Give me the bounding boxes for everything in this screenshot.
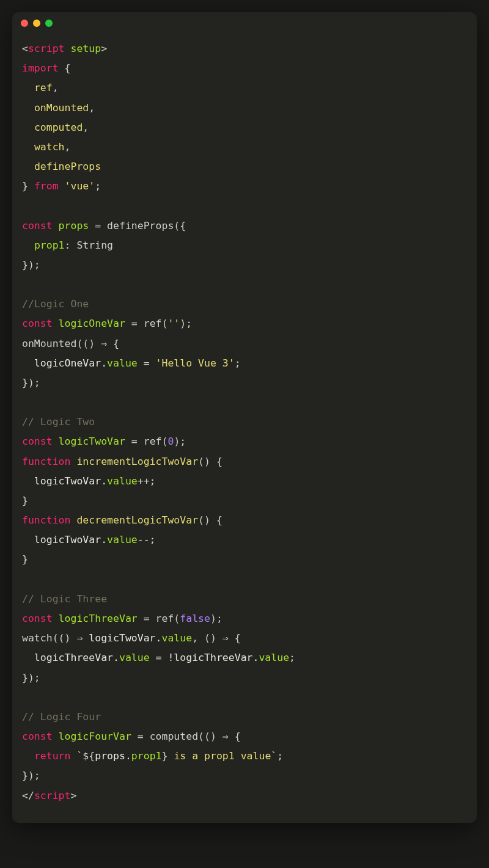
code-line: } (22, 491, 467, 511)
code-token: logicThreeVar. (22, 652, 119, 663)
code-token (70, 456, 76, 467)
code-token: //Logic One (22, 298, 89, 310)
code-line: logicTwoVar.value--; (22, 530, 467, 550)
code-token: logicThreeVar (59, 613, 138, 624)
code-token: is a prop1 value (167, 750, 271, 762)
code-token: const (22, 220, 53, 232)
code-line: prop1: String (22, 236, 467, 255)
code-line (22, 570, 467, 589)
code-token: onMounted (34, 102, 89, 114)
code-line: }); (22, 255, 467, 275)
code-line: onMounted(() ⇒ { (22, 334, 467, 354)
code-token: function (22, 514, 70, 526)
code-content: <script setup>import { ref, onMounted, c… (12, 34, 477, 823)
code-token: --; (138, 534, 156, 545)
code-line: watch, (22, 137, 467, 157)
code-token: }); (22, 259, 40, 271)
code-token: logicTwoVar. (22, 534, 107, 545)
code-token: // Logic Two (22, 416, 95, 428)
code-token: , (89, 102, 95, 114)
code-line: logicOneVar.value = 'Hello Vue 3'; (22, 354, 467, 373)
code-line: // Logic Two (22, 412, 467, 432)
code-line: }); (22, 668, 467, 688)
code-token: script (34, 790, 71, 801)
code-token (22, 161, 34, 172)
code-line: const logicTwoVar = ref(0); (22, 432, 467, 451)
code-token: function (22, 456, 70, 467)
code-line: return `${props.prop1} is a prop1 value`… (22, 746, 467, 766)
code-token (22, 122, 34, 133)
code-token: value (107, 534, 138, 545)
code-token: < (22, 43, 28, 54)
code-token: = computed(() (131, 731, 222, 742)
code-line: const logicFourVar = computed(() ⇒ { (22, 727, 467, 746)
code-token: = !logicThreeVar. (150, 652, 259, 663)
code-token: { (107, 338, 119, 349)
code-token (59, 180, 65, 192)
code-token: logicOneVar (59, 318, 125, 329)
code-token: setup (70, 43, 101, 54)
code-token (22, 102, 34, 114)
code-token: defineProps (34, 161, 101, 172)
code-line (22, 688, 467, 707)
code-token (22, 141, 34, 153)
code-line: const logicThreeVar = ref(false); (22, 609, 467, 629)
code-token: prop1 (131, 750, 162, 762)
code-token: watch(() (22, 632, 76, 644)
code-token: logicTwoVar. (22, 475, 107, 487)
code-window: <script setup>import { ref, onMounted, c… (12, 12, 477, 823)
code-token: }); (22, 377, 40, 388)
code-token: props. (95, 750, 131, 762)
code-token: () { (198, 456, 222, 467)
code-token: { (59, 62, 71, 74)
code-line: logicTwoVar.value++; (22, 472, 467, 491)
close-icon[interactable] (21, 20, 28, 27)
code-token: 0 (167, 436, 174, 447)
code-token: , () (192, 632, 222, 644)
code-token: = ref( (125, 318, 168, 329)
code-token: }); (22, 672, 40, 684)
code-token: incrementLogicTwoVar (76, 456, 198, 467)
code-token: } (22, 553, 28, 565)
code-token: > (101, 43, 107, 54)
code-token: props (59, 220, 89, 232)
code-token: { (229, 731, 241, 742)
code-token: value (107, 475, 138, 487)
code-token: import (22, 62, 59, 74)
code-token: , (53, 82, 59, 93)
code-line: function incrementLogicTwoVar() { (22, 452, 467, 472)
code-token: () { (198, 514, 222, 526)
minimize-icon[interactable] (33, 20, 40, 27)
code-token (22, 82, 34, 93)
code-token: , (83, 122, 89, 133)
code-token: ; (95, 180, 101, 192)
code-token: ` (76, 750, 83, 762)
code-line: // Logic Three (22, 589, 467, 609)
code-token: > (70, 790, 76, 801)
titlebar (12, 12, 477, 34)
code-line: watch(() ⇒ logicTwoVar.value, () ⇒ { (22, 629, 467, 648)
code-token: }); (22, 770, 40, 781)
code-token: decrementLogicTwoVar (76, 514, 198, 526)
code-token: logicTwoVar. (83, 632, 161, 644)
code-token: const (22, 613, 53, 624)
code-line: const logicOneVar = ref(''); (22, 314, 467, 334)
code-token: ` (271, 750, 277, 762)
code-token: = ref( (138, 613, 180, 624)
code-line (22, 393, 467, 412)
maximize-icon[interactable] (45, 20, 53, 27)
code-token: from (34, 180, 59, 192)
code-token: ); (174, 436, 186, 447)
code-token: ${ (83, 750, 95, 762)
code-line (22, 275, 467, 294)
code-line: logicThreeVar.value = !logicThreeVar.val… (22, 648, 467, 668)
code-token: ; (235, 357, 241, 369)
code-token: = defineProps({ (89, 220, 186, 232)
code-token: } (22, 495, 28, 506)
code-token: const (22, 318, 53, 329)
code-token (70, 514, 76, 526)
code-line: ref, (22, 78, 467, 98)
code-token: watch (34, 141, 65, 153)
code-token: ); (180, 318, 192, 329)
code-line: computed, (22, 118, 467, 137)
